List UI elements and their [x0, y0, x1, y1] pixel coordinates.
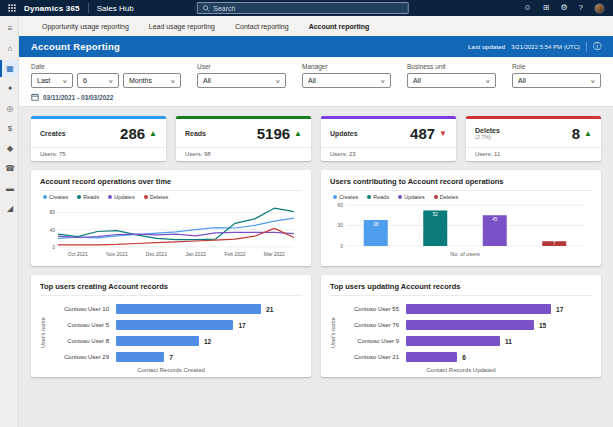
svg-text:Dec 2021: Dec 2021: [146, 251, 168, 257]
chevron-down-icon: ∨: [276, 78, 281, 84]
search-placeholder: Search: [213, 5, 235, 12]
hbar-row[interactable]: Contoso User 1021: [46, 304, 302, 314]
sidebar-item-calls[interactable]: ☎: [0, 160, 18, 177]
legend-label: Updates: [404, 194, 425, 200]
kpi-card-reads[interactable]: Reads 5196▲ Users: 98: [176, 116, 311, 161]
chart-title: Users contributing to Account record ope…: [330, 177, 592, 191]
sidebar-item-app-badge[interactable]: ▬: [0, 180, 18, 197]
settings-gear-icon[interactable]: ⚙: [560, 4, 567, 12]
tab-lead-usage-reporting[interactable]: Lead usage reporting: [140, 16, 224, 36]
line-chart[interactable]: 04080Oct 2021Nov 2021Dec 2021Jan 2022Feb…: [40, 201, 302, 258]
info-icon[interactable]: ⓘ: [593, 41, 601, 52]
sidebar-item-home[interactable]: ⌂: [0, 40, 18, 57]
legend-item-reads[interactable]: Reads: [77, 194, 99, 200]
y-axis-label: User's name: [330, 302, 336, 364]
kpi-row: Creates 286▲ Users: 75 Reads 5196▲ Users…: [31, 116, 601, 161]
legend-item-creates[interactable]: Creates: [333, 194, 358, 200]
legend-item-deletes[interactable]: Deletes: [144, 194, 169, 200]
business-unit-select[interactable]: All ∨: [407, 73, 496, 88]
feedback-icon[interactable]: ☺: [524, 4, 532, 12]
page-title: Account Reporting: [31, 41, 120, 52]
kpi-card-deletes[interactable]: Deletes(2.7%) 8▲ Users: 11: [466, 116, 601, 161]
hbar-row[interactable]: Contoso User 297: [46, 352, 302, 362]
hbar-row[interactable]: Contoso User 7615: [336, 320, 592, 330]
trend-up-icon: ▲: [294, 130, 302, 138]
legend-item-reads[interactable]: Reads: [367, 194, 389, 200]
trend-up-icon: ▲: [584, 130, 592, 138]
kpi-card-creates[interactable]: Creates 286▲ Users: 75: [31, 116, 166, 161]
app-name[interactable]: Dynamics 365: [24, 4, 80, 13]
date-range-number-value: 6: [83, 77, 87, 84]
date-range-unit-value: Months: [129, 77, 152, 84]
sidebar-item-insights[interactable]: ✦: [0, 80, 18, 97]
chevron-down-icon: ∨: [63, 78, 68, 84]
manager-filter-label: Manager: [302, 63, 391, 70]
hbar-row[interactable]: Contoso User 517: [46, 320, 302, 330]
sidebar-item-sales[interactable]: $: [0, 120, 18, 137]
sidebar-item-relationships[interactable]: ◆: [0, 140, 18, 157]
kpi-title: Updates: [330, 130, 358, 137]
trend-up-icon: ▲: [149, 130, 157, 138]
chart-title: Account record operations over time: [40, 177, 302, 191]
date-range-type-select[interactable]: Last ∨: [31, 73, 73, 88]
tab-account-reporting[interactable]: Account reporting: [300, 16, 379, 36]
hamburger-menu-icon: ≡: [8, 25, 13, 33]
hbar-row[interactable]: Contoso User 911: [336, 336, 592, 346]
sidebar-item-reports[interactable]: ▦: [0, 60, 18, 77]
hbar-row[interactable]: Contoso User 812: [46, 336, 302, 346]
filter-bar: Date Last ∨ 6 ∨ Months: [19, 57, 613, 107]
kpi-title: Creates: [40, 130, 66, 137]
user-select[interactable]: All ∨: [197, 73, 286, 88]
hbar-plot[interactable]: Contoso User 1021Contoso User 517Contoso…: [46, 302, 302, 364]
date-range-display: 03/11/2021 - 03/03/2022: [31, 93, 601, 101]
hbar-bar[interactable]: [116, 336, 199, 346]
app-badge-icon: ▬: [6, 185, 14, 193]
hbar-category-label: Contoso User 29: [46, 354, 116, 360]
quick-create-icon[interactable]: ⊞: [543, 4, 550, 12]
chevron-down-icon: ∨: [486, 78, 491, 84]
svg-text:80: 80: [49, 209, 55, 215]
hbar-bar[interactable]: [406, 352, 457, 362]
kpi-value: 286▲: [120, 125, 157, 142]
sidebar-item-pinned[interactable]: ◎: [0, 100, 18, 117]
chevron-down-icon: ∨: [591, 78, 596, 84]
help-icon[interactable]: ?: [579, 4, 583, 12]
header-divider: [586, 42, 587, 52]
column-chart[interactable]: 030603852457No. of users: [330, 201, 592, 258]
svg-text:52: 52: [433, 212, 439, 217]
hbar-bar[interactable]: [406, 304, 551, 314]
hbar-row[interactable]: Contoso User 216: [336, 352, 592, 362]
legend-item-deletes[interactable]: Deletes: [434, 194, 459, 200]
waffle-menu-icon[interactable]: [8, 4, 16, 12]
user-avatar[interactable]: [594, 3, 605, 14]
kpi-users-count: Users: 11: [466, 147, 601, 161]
hbar-bar[interactable]: [116, 320, 233, 330]
report-content: Creates 286▲ Users: 75 Reads 5196▲ Users…: [19, 107, 613, 427]
hbar-bar[interactable]: [406, 320, 534, 330]
tab-contact-reporting[interactable]: Contact reporting: [226, 16, 298, 36]
manager-filter-group: Manager All ∨: [302, 63, 391, 88]
business-unit-filter-label: Business unit: [407, 63, 496, 70]
manager-select[interactable]: All ∨: [302, 73, 391, 88]
area-name[interactable]: Sales Hub: [97, 4, 134, 13]
legend-item-updates[interactable]: Updates: [108, 194, 135, 200]
hbar-plot[interactable]: Contoso User 5517Contoso User 7615Contos…: [336, 302, 592, 364]
legend-item-creates[interactable]: Creates: [43, 194, 68, 200]
hbar-row[interactable]: Contoso User 5517: [336, 304, 592, 314]
legend-item-updates[interactable]: Updates: [398, 194, 425, 200]
kpi-card-updates[interactable]: Updates 487▼ Users: 23: [321, 116, 456, 161]
hbar-bar[interactable]: [116, 304, 261, 314]
date-range-unit-select[interactable]: Months ∨: [123, 73, 181, 88]
date-range-number-select[interactable]: 6 ∨: [77, 73, 119, 88]
sidebar-item-forecast[interactable]: ◢: [0, 200, 18, 217]
tab-opportunity-usage-reporting[interactable]: Opportunity usage reporting: [33, 16, 138, 36]
search-input[interactable]: Search: [196, 2, 408, 14]
hbar-bar[interactable]: [116, 352, 164, 362]
sidebar-item-hamburger-menu[interactable]: ≡: [0, 20, 18, 37]
role-select[interactable]: All ∨: [512, 73, 601, 88]
kpi-users-count: Users: 23: [321, 147, 456, 161]
hbar-bar[interactable]: [406, 336, 500, 346]
kpi-users-count: Users: 98: [176, 147, 311, 161]
calendar-icon: [31, 93, 39, 101]
user-filter-group: User All ∨: [197, 63, 286, 88]
